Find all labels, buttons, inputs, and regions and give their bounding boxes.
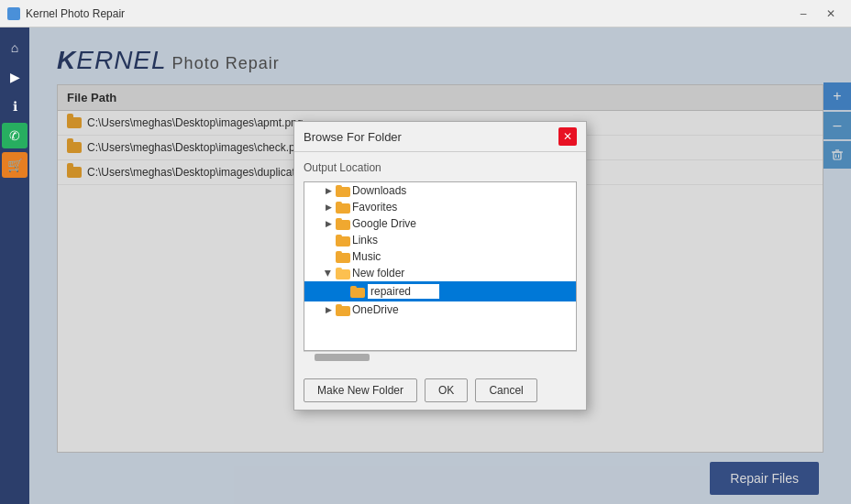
tree-item-onedrive[interactable]: ▶ OneDrive (304, 301, 576, 318)
tree-item-downloads[interactable]: ▶ Downloads (304, 182, 576, 199)
cancel-button[interactable]: Cancel (475, 378, 536, 402)
folder-icon-repaired (350, 286, 365, 298)
tree-item-repaired[interactable]: ▶ (304, 281, 576, 301)
sidebar-item-phone[interactable]: ✆ (2, 123, 28, 148)
folder-icon-downloads (336, 185, 350, 197)
scroll-thumb-x[interactable] (315, 354, 370, 361)
tree-arrow-new-folder: ▶ (323, 268, 334, 279)
tree-arrow-google-drive: ▶ (323, 218, 334, 229)
tree-item-music[interactable]: ▶ Music (304, 248, 576, 265)
title-bar: Kernel Photo Repair – ✕ (0, 0, 851, 27)
tree-label-music: Music (352, 250, 381, 263)
folder-icon-onedrive (336, 304, 350, 316)
tree-arrow-onedrive: ▶ (323, 304, 334, 315)
folder-icon-google-drive (336, 218, 350, 230)
modal-titlebar: Browse For Folder ✕ (294, 122, 586, 152)
modal-body: Output Location ▶ Downloads ▶ (294, 152, 586, 371)
sidebar-item-home[interactable]: ⌂ (2, 35, 28, 60)
tree-item-google-drive[interactable]: ▶ Google Drive (304, 215, 576, 232)
app-body: ⌂ ▶ ℹ ✆ 🛒 KERNEL Photo Repair File Path … (0, 27, 851, 504)
modal-footer: Make New Folder OK Cancel (294, 371, 586, 410)
folder-icon-favorites (336, 202, 350, 214)
tree-arrow-favorites: ▶ (323, 202, 334, 213)
tree-label-links: Links (352, 234, 378, 247)
tree-item-favorites[interactable]: ▶ Favorites (304, 199, 576, 215)
tree-label-favorites: Favorites (352, 201, 397, 214)
title-bar-text: Kernel Photo Repair (26, 7, 125, 20)
tree-item-new-folder[interactable]: ▶ New folder (304, 265, 576, 281)
modal-title: Browse For Folder (304, 130, 402, 144)
output-label: Output Location (304, 161, 577, 174)
tree-label-google-drive: Google Drive (352, 217, 416, 230)
tree-arrow-downloads: ▶ (323, 185, 334, 196)
tree-horizontal-scrollbar[interactable] (304, 351, 577, 362)
tree-label-onedrive: OneDrive (352, 303, 399, 316)
tree-item-links[interactable]: ▶ Links (304, 232, 576, 248)
app-icon (7, 7, 20, 20)
folder-icon-new-folder (336, 268, 350, 279)
folder-icon-music (336, 251, 350, 263)
tree-label-new-folder: New folder (352, 267, 404, 279)
browse-folder-dialog: Browse For Folder ✕ Output Location ▶ Do… (293, 121, 587, 411)
tree-label-downloads: Downloads (352, 184, 406, 197)
sidebar: ⌂ ▶ ℹ ✆ 🛒 (0, 27, 29, 504)
sidebar-item-video[interactable]: ▶ (2, 64, 28, 90)
title-bar-controls: – ✕ (790, 4, 844, 24)
folder-tree[interactable]: ▶ Downloads ▶ Favorites ▶ (304, 181, 577, 351)
modal-close-button[interactable]: ✕ (558, 127, 577, 146)
folder-icon-links (336, 235, 350, 247)
title-bar-left: Kernel Photo Repair (7, 7, 125, 20)
folder-rename-input[interactable] (367, 283, 440, 300)
minimize-button[interactable]: – (790, 4, 816, 24)
sidebar-item-cart[interactable]: 🛒 (2, 152, 28, 178)
make-new-folder-button[interactable]: Make New Folder (304, 378, 417, 402)
sidebar-item-info[interactable]: ℹ (2, 93, 28, 119)
close-button[interactable]: ✕ (818, 4, 844, 24)
main-content: KERNEL Photo Repair File Path C:\Users\m… (29, 27, 851, 504)
modal-overlay: Browse For Folder ✕ Output Location ▶ Do… (29, 27, 851, 504)
ok-button[interactable]: OK (425, 378, 468, 402)
